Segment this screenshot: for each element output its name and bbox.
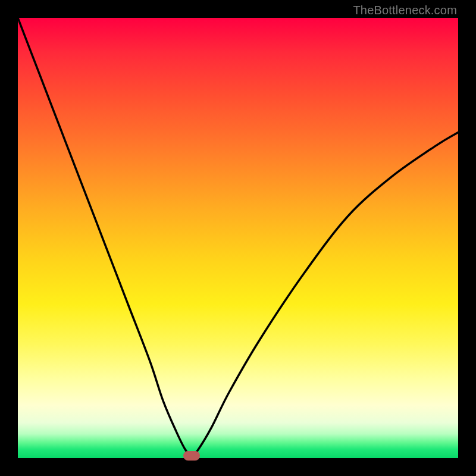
watermark-text: TheBottleneck.com [353,4,457,17]
bottleneck-curve [18,18,458,458]
chart-frame: TheBottleneck.com [0,0,476,476]
optimum-marker [183,451,200,461]
plot-area [18,18,458,458]
curve-path [18,18,458,456]
